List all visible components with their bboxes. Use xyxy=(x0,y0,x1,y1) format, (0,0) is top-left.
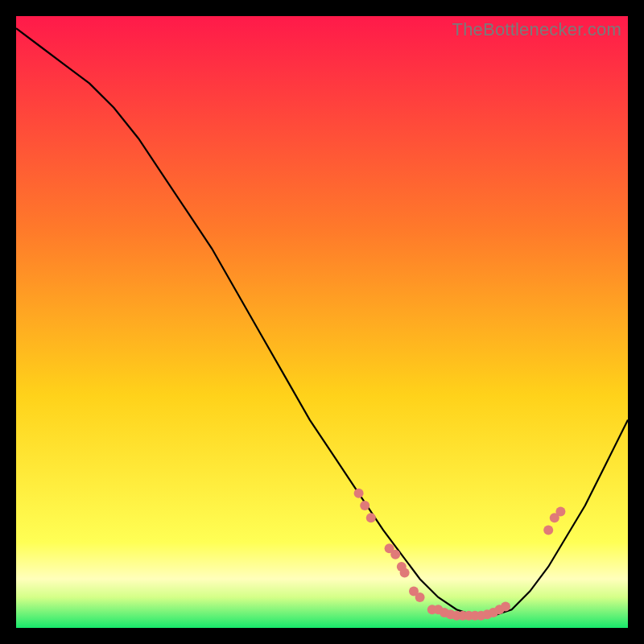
data-marker xyxy=(543,525,553,535)
data-marker xyxy=(415,592,425,602)
data-marker xyxy=(400,568,410,578)
data-marker xyxy=(501,601,510,611)
data-marker xyxy=(390,550,400,559)
chart-frame: TheBottlenecker.com xyxy=(16,16,628,628)
gradient-background xyxy=(16,16,628,628)
data-marker xyxy=(354,489,364,498)
watermark-text: TheBottlenecker.com xyxy=(452,19,621,40)
data-marker xyxy=(366,513,376,522)
chart-svg xyxy=(16,16,628,628)
data-marker xyxy=(555,507,565,517)
data-marker xyxy=(360,501,369,510)
